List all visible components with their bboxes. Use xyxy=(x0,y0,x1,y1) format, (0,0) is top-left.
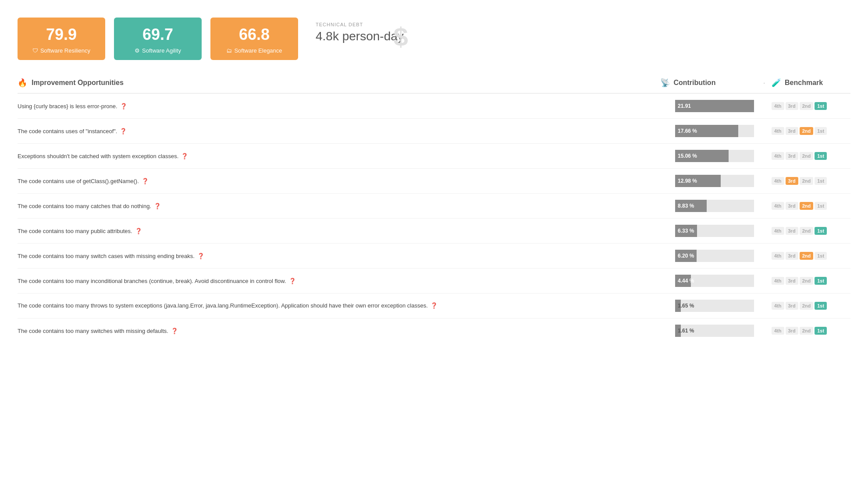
bench-btn-4th-4[interactable]: 4th xyxy=(772,202,784,210)
bench-btn-2nd-6[interactable]: 2nd xyxy=(800,252,814,260)
improvement-opportunities-label: Improvement Opportunities xyxy=(32,79,124,87)
bench-btn-4th-9[interactable]: 4th xyxy=(772,327,784,335)
flame-icon: 🔥 xyxy=(18,78,27,88)
row-benchmark-0: 4th3rd2nd1st xyxy=(772,102,850,110)
row-description-0: Using {curly braces} is less error-prone… xyxy=(18,103,675,110)
section-header-left: 🔥 Improvement Opportunities xyxy=(18,78,660,88)
row-benchmark-1: 4th3rd2nd1st xyxy=(772,127,850,135)
contrib-value-8: 1.65 % xyxy=(675,303,694,309)
row-contribution-9: 1.61 % xyxy=(675,325,772,337)
score-label-resiliency: 🛡 Software Resiliency xyxy=(31,47,92,54)
help-icon[interactable]: ❓ xyxy=(289,278,296,284)
bench-btn-3rd-9[interactable]: 3rd xyxy=(786,327,798,335)
bench-btn-3rd-1[interactable]: 3rd xyxy=(786,127,798,135)
row-contribution-5: 6.33 % xyxy=(675,225,772,237)
bench-btn-3rd-8[interactable]: 3rd xyxy=(786,302,798,310)
help-icon[interactable]: ❓ xyxy=(120,128,127,134)
bench-btn-2nd-5[interactable]: 2nd xyxy=(800,227,814,235)
bench-btn-1st-3[interactable]: 1st xyxy=(815,177,827,185)
row-contribution-6: 6.20 % xyxy=(675,250,772,262)
bench-btn-4th-0[interactable]: 4th xyxy=(772,102,784,110)
bench-btn-3rd-0[interactable]: 3rd xyxy=(786,102,798,110)
bench-btn-1st-4[interactable]: 1st xyxy=(815,202,827,210)
contrib-value-6: 6.20 % xyxy=(675,253,694,259)
bench-btn-1st-6[interactable]: 1st xyxy=(815,252,827,260)
bench-btn-4th-1[interactable]: 4th xyxy=(772,127,784,135)
contrib-value-9: 1.61 % xyxy=(675,328,694,334)
bench-btn-3rd-6[interactable]: 3rd xyxy=(786,252,798,260)
flask-icon: 🧪 xyxy=(772,78,781,88)
help-icon[interactable]: ❓ xyxy=(120,103,127,110)
bench-btn-1st-7[interactable]: 1st xyxy=(815,277,827,285)
help-icon[interactable]: ❓ xyxy=(171,328,178,334)
bench-btn-2nd-9[interactable]: 2nd xyxy=(800,327,814,335)
help-icon[interactable]: ❓ xyxy=(430,301,438,310)
row-contribution-7: 4.44 % xyxy=(675,275,772,287)
bench-btn-3rd-7[interactable]: 3rd xyxy=(786,277,798,285)
bench-btn-1st-2[interactable]: 1st xyxy=(815,152,827,160)
help-icon[interactable]: ❓ xyxy=(135,228,142,234)
description-text: The code contains too many switches with… xyxy=(18,328,168,334)
bench-btn-1st-5[interactable]: 1st xyxy=(815,227,827,235)
bench-btn-2nd-8[interactable]: 2nd xyxy=(800,302,814,310)
bench-btn-4th-3[interactable]: 4th xyxy=(772,177,784,185)
help-icon[interactable]: ❓ xyxy=(154,203,161,209)
bench-btn-2nd-3[interactable]: 2nd xyxy=(800,177,814,185)
score-value-agility: 69.7 xyxy=(127,25,189,44)
contrib-bar-container-4: 8.83 % xyxy=(675,200,754,212)
bench-btn-2nd-2[interactable]: 2nd xyxy=(800,152,814,160)
score-card-agility: 69.7 ⚙ Software Agility xyxy=(114,18,202,60)
description-text: The code contains too many switch cases … xyxy=(18,253,195,259)
row-description-6: The code contains too many switch cases … xyxy=(18,253,675,259)
bench-btn-4th-6[interactable]: 4th xyxy=(772,252,784,260)
table-row: Using {curly braces} is less error-prone… xyxy=(18,94,850,119)
row-description-5: The code contains too many public attrib… xyxy=(18,228,675,234)
contrib-bar-container-2: 15.06 % xyxy=(675,150,754,162)
bench-btn-4th-7[interactable]: 4th xyxy=(772,277,784,285)
table-row: The code contains uses of "instanceof". … xyxy=(18,119,850,144)
bench-btn-1st-8[interactable]: 1st xyxy=(815,302,827,310)
row-benchmark-2: 4th3rd2nd1st xyxy=(772,152,850,160)
score-card-elegance: 66.8 🗂 Software Elegance xyxy=(210,18,298,60)
contrib-bar-container-6: 6.20 % xyxy=(675,250,754,262)
bench-btn-2nd-4[interactable]: 2nd xyxy=(800,202,814,210)
help-icon[interactable]: ❓ xyxy=(181,153,188,159)
contrib-bar-container-3: 12.98 % xyxy=(675,175,754,187)
contribution-label: Contribution xyxy=(673,79,715,87)
bench-btn-1st-0[interactable]: 1st xyxy=(815,102,827,110)
bench-btn-4th-2[interactable]: 4th xyxy=(772,152,784,160)
table-row: The code contains use of getClass().getN… xyxy=(18,169,850,194)
contrib-bar-container-8: 1.65 % xyxy=(675,300,754,312)
bench-btn-3rd-5[interactable]: 3rd xyxy=(786,227,798,235)
bench-btn-2nd-0[interactable]: 2nd xyxy=(800,102,814,110)
contrib-value-4: 8.83 % xyxy=(675,203,694,209)
row-benchmark-9: 4th3rd2nd1st xyxy=(772,327,850,335)
table-row: The code contains too many switches with… xyxy=(18,318,850,343)
contrib-bar-container-1: 17.66 % xyxy=(675,125,754,137)
dollar-icon: $ xyxy=(393,22,408,52)
separator: · xyxy=(763,78,765,88)
bench-btn-4th-5[interactable]: 4th xyxy=(772,227,784,235)
description-text: The code contains use of getClass().getN… xyxy=(18,178,139,184)
bench-btn-3rd-3[interactable]: 3rd xyxy=(786,177,798,185)
score-cards: 79.9 🛡 Software Resiliency 69.7 ⚙ Softwa… xyxy=(18,18,298,60)
row-description-1: The code contains uses of "instanceof". … xyxy=(18,128,675,134)
bench-btn-1st-1[interactable]: 1st xyxy=(815,127,827,135)
bench-btn-1st-9[interactable]: 1st xyxy=(815,327,827,335)
bench-btn-3rd-4[interactable]: 3rd xyxy=(786,202,798,210)
table-body: Using {curly braces} is less error-prone… xyxy=(18,94,850,343)
row-benchmark-5: 4th3rd2nd1st xyxy=(772,227,850,235)
bench-btn-2nd-7[interactable]: 2nd xyxy=(800,277,814,285)
bench-btn-3rd-2[interactable]: 3rd xyxy=(786,152,798,160)
help-icon[interactable]: ❓ xyxy=(142,178,149,184)
contrib-value-0: 21.91 xyxy=(675,103,691,109)
description-text: The code contains uses of "instanceof". xyxy=(18,128,117,134)
row-description-2: Exceptions shouldn't be catched with sys… xyxy=(18,153,675,159)
bench-btn-4th-8[interactable]: 4th xyxy=(772,302,784,310)
row-contribution-2: 15.06 % xyxy=(675,150,772,162)
score-value-resiliency: 79.9 xyxy=(31,25,92,44)
contrib-bar-container-5: 6.33 % xyxy=(675,225,754,237)
bench-btn-2nd-1[interactable]: 2nd xyxy=(800,127,814,135)
help-icon[interactable]: ❓ xyxy=(197,253,204,259)
benchmark-label: Benchmark xyxy=(785,79,823,87)
